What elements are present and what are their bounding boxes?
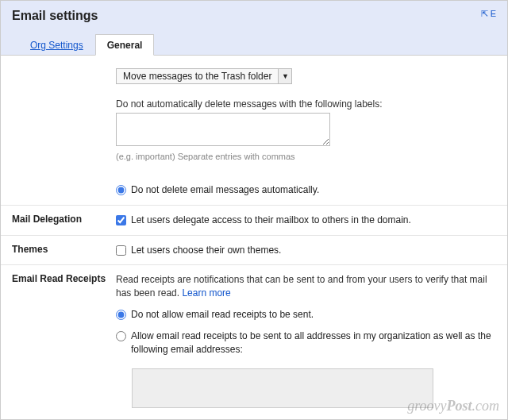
row-read-receipts: Email Read Receipts Read receipts are no… [1,264,507,418]
no-delete-radio[interactable] [116,185,126,195]
action-select[interactable]: Move messages to the Trash folder ▼ [116,68,292,84]
receipts-option-all[interactable]: Allow email read receipts to be sent to … [116,329,496,356]
receipts-description: Read receipts are notifications that can… [116,273,496,300]
select-value: Move messages to the Trash folder [117,71,278,82]
labels-prompt: Do not automatically delete messages wit… [116,98,496,110]
content-area: Move messages to the Trash folder ▼ Do n… [1,56,507,418]
page-title: Email settings [12,9,98,23]
receipts-radio-none[interactable] [116,310,126,320]
themes-checkbox[interactable] [116,245,126,256]
chevron-down-icon: ▼ [278,69,291,83]
labels-hint: (e.g. important) Separate entries with c… [116,152,496,161]
row-label-receipts: Email Read Receipts [1,265,116,418]
receipts-option-none[interactable]: Do not allow email read receipts to be s… [116,308,496,322]
receipts-all-label: Allow email read receipts to be sent to … [131,329,496,356]
expand-link[interactable]: E [481,9,496,19]
receipts-addresses-textarea [132,368,433,408]
delegation-checkbox[interactable] [116,215,126,225]
labels-textarea[interactable] [116,113,330,146]
row-label-delegation: Mail Delegation [1,206,116,235]
delegation-label: Let users delegate access to their mailb… [131,214,411,227]
watermark: groovyPost.com [407,398,499,414]
row-auto-delete: Move messages to the Trash folder ▼ Do n… [1,56,507,205]
row-themes: Themes Let users choose their own themes… [1,235,507,265]
no-delete-label: Do not delete email messages automatical… [131,183,319,197]
delegation-option[interactable]: Let users delegate access to their mailb… [116,214,496,227]
receipts-none-label: Do not allow email read receipts to be s… [131,308,314,322]
learn-more-link[interactable]: Learn more [182,287,230,299]
themes-label: Let users choose their own themes. [131,244,281,257]
receipts-radio-all[interactable] [116,331,126,341]
themes-option[interactable]: Let users choose their own themes. [116,244,496,257]
row-mail-delegation: Mail Delegation Let users delegate acces… [1,205,507,235]
row-label-themes: Themes [1,236,116,265]
row-label-empty [1,56,116,205]
header-bar: Email settings E Org Settings General [1,1,507,56]
no-delete-option[interactable]: Do not delete email messages automatical… [116,183,496,197]
tab-general[interactable]: General [95,34,155,56]
tab-org-settings[interactable]: Org Settings [18,34,95,55]
tab-strip: Org Settings General [18,34,496,55]
